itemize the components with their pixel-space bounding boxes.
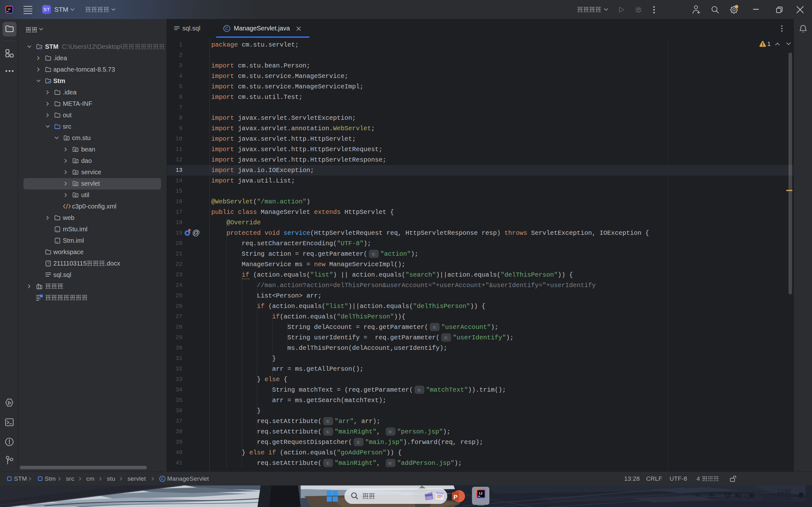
svg-text:P: P <box>454 494 458 500</box>
svg-text:?: ? <box>47 262 49 266</box>
svg-text:C: C <box>225 26 228 31</box>
svg-text:z: z <box>803 492 805 495</box>
svg-text:C: C <box>161 476 164 481</box>
